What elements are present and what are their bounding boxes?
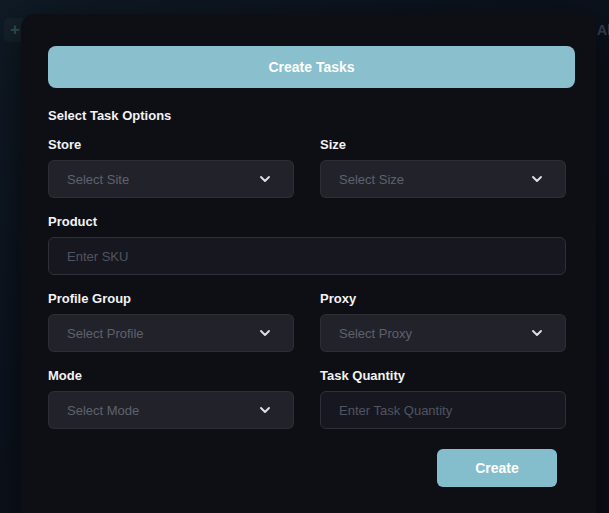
proxy-label: Proxy — [320, 291, 566, 306]
mode-select[interactable]: Select Mode — [48, 391, 294, 429]
size-select[interactable]: Select Size — [320, 160, 566, 198]
size-select-placeholder: Select Size — [339, 172, 404, 187]
create-button[interactable]: Create — [437, 449, 557, 487]
chevron-down-icon — [257, 171, 273, 187]
plus-icon: + — [10, 20, 20, 40]
field-mode: Mode Select Mode — [48, 368, 294, 429]
store-select-placeholder: Select Site — [67, 172, 129, 187]
row-store-size: Store Select Site Size Select Size — [48, 137, 566, 198]
row-product: Product — [48, 214, 566, 275]
task-quantity-input[interactable] — [320, 391, 566, 429]
modal-title: Create Tasks — [268, 59, 354, 75]
chevron-down-icon — [529, 171, 545, 187]
chevron-down-icon — [529, 325, 545, 341]
create-tasks-modal: Create Tasks Select Task Options Store S… — [21, 14, 596, 513]
filter-all-tab[interactable]: All — [597, 22, 609, 38]
product-sku-input[interactable] — [48, 237, 566, 275]
field-product: Product — [48, 214, 566, 275]
modal-footer: Create — [48, 449, 566, 487]
row-mode-quantity: Mode Select Mode Task Quantity — [48, 368, 566, 429]
proxy-select[interactable]: Select Proxy — [320, 314, 566, 352]
field-size: Size Select Size — [320, 137, 566, 198]
product-label: Product — [48, 214, 566, 229]
mode-select-placeholder: Select Mode — [67, 403, 139, 418]
row-profile-proxy: Profile Group Select Profile Proxy Selec… — [48, 291, 566, 352]
proxy-select-placeholder: Select Proxy — [339, 326, 412, 341]
profile-group-select-placeholder: Select Profile — [67, 326, 144, 341]
profile-group-label: Profile Group — [48, 291, 294, 306]
store-select[interactable]: Select Site — [48, 160, 294, 198]
field-task-quantity: Task Quantity — [320, 368, 566, 429]
field-store: Store Select Site — [48, 137, 294, 198]
task-quantity-label: Task Quantity — [320, 368, 566, 383]
chevron-down-icon — [257, 402, 273, 418]
chevron-down-icon — [257, 325, 273, 341]
store-label: Store — [48, 137, 294, 152]
field-profile-group: Profile Group Select Profile — [48, 291, 294, 352]
section-title: Select Task Options — [48, 108, 566, 123]
mode-label: Mode — [48, 368, 294, 383]
size-label: Size — [320, 137, 566, 152]
profile-group-select[interactable]: Select Profile — [48, 314, 294, 352]
field-proxy: Proxy Select Proxy — [320, 291, 566, 352]
modal-header-banner: Create Tasks — [48, 46, 575, 88]
